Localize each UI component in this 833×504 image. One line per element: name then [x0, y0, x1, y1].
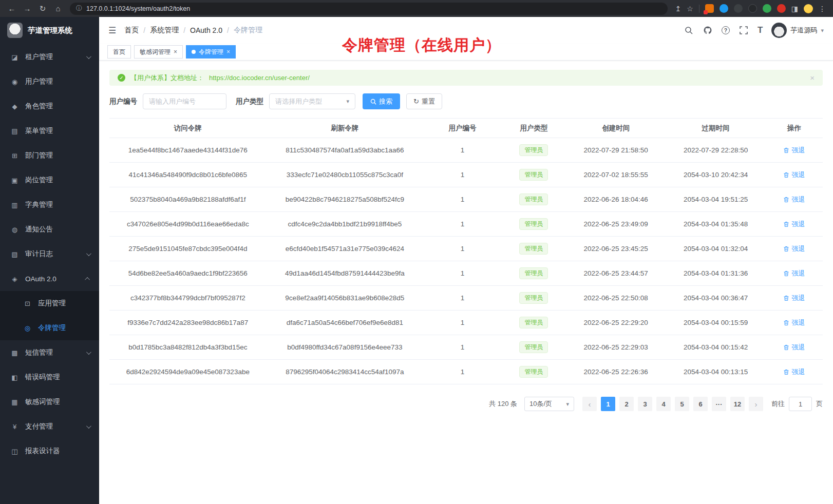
force-logout-button[interactable]: 强退: [783, 269, 805, 278]
page-button-1[interactable]: 1: [601, 397, 615, 411]
created-time-cell: 2022-06-25 23:49:09: [566, 212, 666, 237]
sidebar-item-notice[interactable]: ◍通知公告: [0, 217, 99, 242]
user-menu[interactable]: 芋道源码 ▾: [771, 23, 824, 38]
alert-close-icon[interactable]: ×: [810, 73, 815, 82]
user-id-cell: 1: [423, 187, 502, 212]
goto-page-input[interactable]: [789, 397, 812, 411]
force-logout-button[interactable]: 强退: [783, 367, 805, 377]
force-logout-button[interactable]: 强退: [783, 170, 805, 180]
fullscreen-icon[interactable]: [739, 25, 749, 35]
action-cell: 强退: [766, 261, 823, 286]
page-size-select[interactable]: 10条/页 ▾: [524, 397, 574, 411]
tab-敏感词管理[interactable]: 敏感词管理×: [134, 45, 183, 59]
browser-back-icon[interactable]: ←: [5, 2, 18, 15]
total-count: 共 120 条: [489, 399, 517, 409]
sidebar-item-oauth2[interactable]: ◈OAuth 2.0: [0, 266, 99, 291]
github-icon[interactable]: [703, 25, 713, 35]
sidebar-item-menu[interactable]: ▤菜单管理: [0, 119, 99, 143]
page-button-4[interactable]: 4: [656, 397, 671, 411]
sidebar-item-error-code[interactable]: ◧错误码管理: [0, 365, 99, 390]
extension-icon-blue[interactable]: [720, 4, 728, 13]
extension-icon-dark[interactable]: [734, 4, 743, 13]
sidebar-item-oauth2-app[interactable]: ⊡应用管理: [0, 291, 99, 316]
next-page-button[interactable]: ›: [749, 397, 763, 411]
tab-close-icon[interactable]: ×: [174, 49, 177, 55]
browser-reload-icon[interactable]: ↻: [36, 2, 49, 15]
tab-首页[interactable]: 首页: [107, 45, 131, 59]
force-logout-button[interactable]: 强退: [783, 318, 805, 327]
refresh-token-cell: 811c530487574fa0af1a59d3abc1aa66: [267, 138, 424, 163]
sidebar-item-user[interactable]: ◉用户管理: [0, 69, 99, 94]
tab-令牌管理[interactable]: 令牌管理×: [186, 45, 236, 59]
user-type-select[interactable]: 请选择用户类型 ▾: [269, 93, 355, 109]
sidebar-item-role[interactable]: ◆角色管理: [0, 94, 99, 119]
user-type-label: 用户类型: [236, 97, 263, 106]
doc-link[interactable]: https://doc.iocoder.cn/user-center/: [209, 74, 310, 82]
bookmark-star-icon[interactable]: ☆: [687, 5, 693, 13]
breadcrumb-item[interactable]: 首页: [124, 26, 139, 35]
extension-icon-green[interactable]: [763, 4, 771, 13]
help-icon[interactable]: ?: [722, 26, 730, 34]
user-id-input[interactable]: [143, 93, 226, 109]
user-type-cell: 管理员: [502, 360, 566, 384]
page-button-5[interactable]: 5: [675, 397, 689, 411]
oauth2-app-icon: ⊡: [23, 300, 32, 307]
sidebar-item-audit-log[interactable]: ▧审计日志: [0, 242, 99, 266]
sidebar-item-dict[interactable]: ▥字典管理: [0, 192, 99, 217]
extension-icon-red[interactable]: [777, 4, 786, 13]
tab-close-icon[interactable]: ×: [226, 49, 230, 55]
action-cell: 强退: [766, 237, 823, 261]
share-icon[interactable]: ↥: [675, 5, 681, 13]
browser-menu-icon[interactable]: ⋮: [819, 5, 826, 13]
sidebar-item-tenant[interactable]: ◪租户管理: [0, 45, 99, 69]
browser-toolbar-right: ↥ ☆ ◨ ⋮: [675, 4, 828, 13]
force-logout-button[interactable]: 强退: [783, 195, 805, 204]
browser-profile-avatar[interactable]: [804, 4, 813, 13]
created-time-cell: 2022-06-25 23:44:57: [566, 261, 666, 286]
browser-forward-icon[interactable]: →: [21, 2, 34, 15]
site-info-icon[interactable]: ⓘ: [76, 4, 82, 13]
force-logout-button[interactable]: 强退: [783, 146, 805, 155]
force-logout-button[interactable]: 强退: [783, 294, 805, 303]
sidebar-item-post[interactable]: ▣岗位管理: [0, 168, 99, 192]
access-token-cell: 1ea5e44f8bc1467aaede43144f31de76: [109, 138, 267, 163]
sidebar-item-report-designer[interactable]: ◫报表设计器: [0, 439, 99, 463]
collapse-sidebar-icon[interactable]: ☰: [108, 25, 116, 36]
extension-icon-dark-2[interactable]: [748, 4, 757, 13]
force-logout-button[interactable]: 强退: [783, 244, 805, 254]
force-logout-button[interactable]: 强退: [783, 220, 805, 229]
search-icon[interactable]: [684, 25, 694, 35]
sidebar-item-sms[interactable]: ▩短信管理: [0, 340, 99, 365]
page-button-3[interactable]: 3: [638, 397, 652, 411]
sidebar-item-sensitive-word[interactable]: ▦敏感词管理: [0, 390, 99, 414]
browser-home-icon[interactable]: ⌂: [51, 2, 65, 15]
breadcrumb-item[interactable]: 系统管理: [150, 26, 179, 35]
user-id-cell: 1: [423, 212, 502, 237]
payment-icon: ¥: [10, 423, 19, 431]
sidebar-item-oauth2-token[interactable]: ◎令牌管理: [0, 316, 99, 340]
sidebar-item-dept[interactable]: ⊞部门管理: [0, 143, 99, 168]
page-button-2[interactable]: 2: [619, 397, 634, 411]
page-button-6[interactable]: 6: [693, 397, 708, 411]
extension-icon-orange[interactable]: [705, 4, 714, 13]
user-id-cell: 1: [423, 286, 502, 311]
url-text: 127.0.0.1:1024/system/oauth2/token: [86, 5, 190, 12]
user-id-cell: 1: [423, 335, 502, 360]
search-button[interactable]: 搜索: [363, 93, 400, 109]
table-row: c347026e805e4d99b0d116eae66eda8ccdfc4ce9…: [109, 212, 823, 237]
prev-page-button[interactable]: ‹: [582, 397, 597, 411]
chevron-down-icon: ▾: [566, 401, 569, 408]
pagination-more-button[interactable]: ···: [712, 397, 726, 411]
sidebar-item-payment[interactable]: ¥支付管理: [0, 414, 99, 439]
font-size-icon[interactable]: T: [758, 25, 763, 35]
force-logout-button[interactable]: 强退: [783, 343, 805, 352]
user-type-tag: 管理员: [519, 317, 548, 329]
page-button-12[interactable]: 12: [730, 397, 745, 411]
user-icon: ◉: [10, 78, 19, 86]
reset-button[interactable]: ↻ 重置: [406, 93, 442, 109]
breadcrumb-item[interactable]: OAuth 2.0: [190, 26, 222, 34]
app-logo[interactable]: 芋道管理系统: [0, 17, 99, 44]
expire-time-cell: 2054-03-04 00:15:59: [666, 311, 765, 335]
address-bar[interactable]: ⓘ 127.0.0.1:1024/system/oauth2/token: [70, 3, 668, 15]
side-panel-icon[interactable]: ◨: [791, 5, 798, 13]
